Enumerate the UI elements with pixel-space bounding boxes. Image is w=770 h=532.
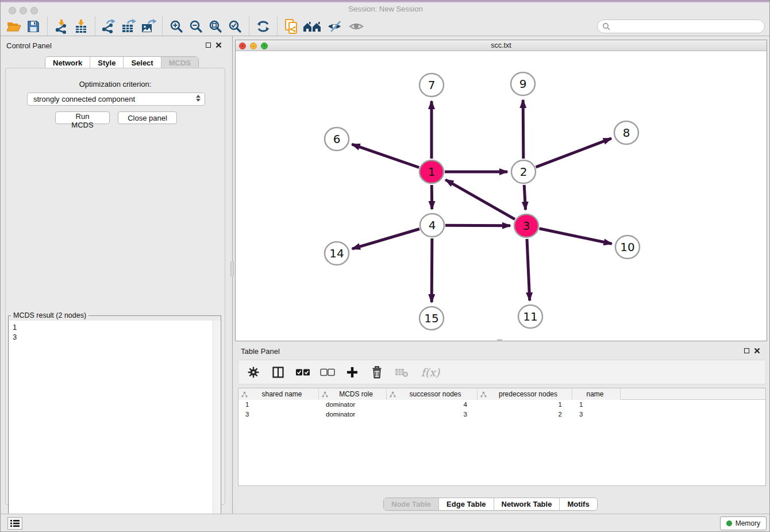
close-panel-icon[interactable] [215,42,222,48]
edge-2-3[interactable] [524,185,525,210]
edge-4-3[interactable] [445,225,510,226]
table-panel: Table Panel [235,344,767,511]
first-neighbors-button[interactable] [301,17,324,36]
export-table-button[interactable] [119,17,138,36]
edge-4-14[interactable] [352,229,419,249]
edge-2-8[interactable] [536,138,611,167]
delete-table-icon [394,366,409,379]
import-network-button[interactable] [52,17,71,36]
table-row[interactable]: 1dominator411 [238,400,765,410]
mcds-result-list[interactable]: 13 [9,321,221,532]
add-column-button[interactable] [344,364,360,381]
delete-column-button[interactable] [369,364,385,381]
select-all-rows-button[interactable] [295,364,311,381]
import-table-button[interactable] [71,17,91,36]
edge-1-6[interactable] [352,144,419,167]
network-graph[interactable]: 1234678910111415 [236,51,767,341]
svg-text:4: 4 [429,218,436,232]
task-history-button[interactable] [7,517,22,530]
mcds-result-item[interactable]: 1 [13,322,221,332]
network-canvas[interactable]: 1234678910111415 [236,51,767,341]
tab-motifs[interactable]: Motifs [559,498,596,510]
delete-table-button[interactable] [394,364,410,381]
node-7[interactable]: 7 [419,74,444,97]
column-header-name[interactable]: name [572,388,621,400]
close-table-panel-icon[interactable] [754,348,760,354]
run-mcds-button[interactable]: Run MCDS [55,111,110,124]
svg-text:2: 2 [520,165,528,179]
function-builder-button[interactable]: f(x) [418,364,442,381]
tab-select[interactable]: Select [123,57,160,69]
node-8[interactable]: 8 [614,121,638,144]
import-table-icon [74,19,88,34]
zoom-selected-button[interactable] [225,17,245,36]
deselect-all-rows-button[interactable] [319,364,336,381]
tab-edge-table[interactable]: Edge Table [438,498,493,510]
criterion-dropdown[interactable]: strongly connected component [27,92,205,106]
hide-selected-button[interactable] [324,17,346,36]
cell-successor-nodes[interactable]: 3 [387,410,478,419]
export-image-button[interactable] [138,17,158,36]
export-network-button[interactable] [99,17,119,36]
table-row[interactable]: 3dominator323 [238,410,765,419]
float-table-panel-icon[interactable] [744,348,749,353]
node-4[interactable]: 4 [420,214,444,237]
mcds-result-scrollbar[interactable] [213,321,220,532]
edge-3-11[interactable] [527,239,530,300]
table-settings-button[interactable] [245,364,261,381]
column-header-predecessor-nodes[interactable]: predecessor nodes [478,388,572,400]
panel-divider[interactable] [230,36,235,514]
show-all-button[interactable] [346,17,368,36]
tab-network[interactable]: Network [45,57,90,69]
tab-network-table[interactable]: Network Table [494,498,560,510]
open-file-button[interactable] [4,17,24,36]
cell-successor-nodes[interactable]: 4 [387,400,478,410]
divider-handle-icon[interactable] [230,261,234,276]
node-14[interactable]: 14 [325,242,349,265]
node-10[interactable]: 10 [615,236,640,259]
zoom-out-button[interactable] [186,17,206,36]
zoom-fit-button[interactable] [206,17,225,36]
mcds-result-item[interactable]: 3 [13,332,221,342]
close-panel-button[interactable]: Close panel [118,111,177,124]
column-header-successor-nodes[interactable]: successor nodes [387,388,478,400]
search-field[interactable] [597,20,765,33]
canvas-resize-handle[interactable] [497,339,502,341]
window-title: Session: New Session [1,5,770,13]
cell-predecessor-nodes[interactable]: 1 [478,400,572,410]
cell-MCDS-role[interactable]: dominator [319,410,387,419]
cell-shared-name[interactable]: 3 [238,410,319,419]
cell-predecessor-nodes[interactable]: 2 [478,410,572,419]
edge-3-1[interactable] [445,180,515,219]
search-input[interactable] [610,22,754,32]
edge-4-15[interactable] [432,238,432,302]
node-15[interactable]: 15 [419,307,444,330]
edge-3-10[interactable] [540,229,612,244]
node-9[interactable]: 9 [511,72,535,95]
node-6[interactable]: 6 [325,128,349,151]
tab-mcds[interactable]: MCDS [161,57,198,69]
clone-network-button[interactable] [282,17,301,36]
tab-style[interactable]: Style [90,57,123,69]
node-2[interactable]: 2 [511,160,536,183]
zoom-in-button[interactable] [167,17,186,36]
split-view-button[interactable] [270,364,286,381]
memory-button[interactable]: Memory [720,516,767,530]
node-11[interactable]: 11 [518,305,542,328]
node-3[interactable]: 3 [514,214,538,237]
tab-node-table[interactable]: Node Table [384,498,438,510]
node-1[interactable]: 1 [419,160,444,183]
save-session-button[interactable] [24,17,43,36]
table-panel-title: Table Panel [241,347,280,356]
cell-MCDS-role[interactable]: dominator [319,400,387,410]
application-window: Session: New Session [0,0,770,532]
column-header-MCDS-role[interactable]: MCDS role [319,388,387,400]
column-header-shared-name[interactable]: shared name [238,388,319,400]
edge-2-9[interactable] [523,100,523,159]
cell-name[interactable]: 3 [572,410,621,419]
network-window-titlebar[interactable]: × − + scc.txt [236,40,767,51]
apply-layout-button[interactable] [253,17,273,36]
cell-shared-name[interactable]: 1 [238,400,319,410]
float-panel-icon[interactable] [206,43,211,48]
cell-name[interactable]: 1 [572,400,621,410]
